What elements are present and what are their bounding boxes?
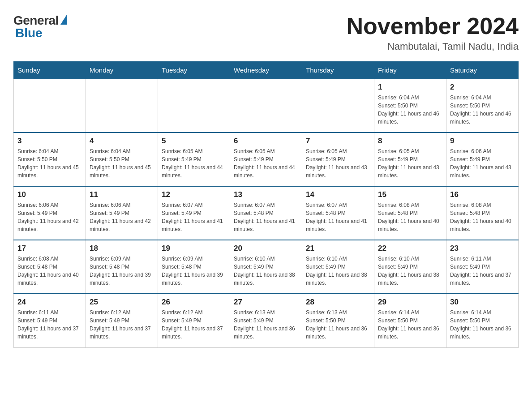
- day-number: 4: [90, 137, 154, 146]
- day-number: 27: [234, 298, 298, 307]
- day-info: Sunrise: 6:13 AM Sunset: 5:50 PM Dayligh…: [306, 309, 367, 340]
- day-number: 17: [17, 244, 82, 253]
- day-info: Sunrise: 6:04 AM Sunset: 5:50 PM Dayligh…: [17, 148, 79, 179]
- day-info: Sunrise: 6:05 AM Sunset: 5:49 PM Dayligh…: [306, 148, 367, 179]
- day-number: 3: [17, 137, 82, 146]
- calendar-cell: 2Sunrise: 6:04 AM Sunset: 5:50 PM Daylig…: [446, 79, 519, 133]
- day-info: Sunrise: 6:09 AM Sunset: 5:48 PM Dayligh…: [90, 256, 151, 286]
- calendar-cell: 8Sunrise: 6:05 AM Sunset: 5:49 PM Daylig…: [374, 133, 446, 186]
- calendar-cell: 13Sunrise: 6:07 AM Sunset: 5:48 PM Dayli…: [230, 186, 302, 240]
- calendar-cell: 12Sunrise: 6:07 AM Sunset: 5:49 PM Dayli…: [158, 186, 230, 240]
- calendar-week-row: 1Sunrise: 6:04 AM Sunset: 5:50 PM Daylig…: [14, 79, 519, 133]
- day-info: Sunrise: 6:04 AM Sunset: 5:50 PM Dayligh…: [450, 94, 511, 125]
- day-number: 28: [306, 298, 370, 307]
- day-info: Sunrise: 6:06 AM Sunset: 5:49 PM Dayligh…: [17, 202, 79, 232]
- day-info: Sunrise: 6:14 AM Sunset: 5:50 PM Dayligh…: [378, 309, 439, 340]
- day-number: 13: [234, 190, 298, 199]
- day-info: Sunrise: 6:06 AM Sunset: 5:49 PM Dayligh…: [90, 202, 151, 232]
- day-number: 29: [378, 298, 442, 307]
- day-number: 25: [90, 298, 154, 307]
- calendar-cell: 30Sunrise: 6:14 AM Sunset: 5:50 PM Dayli…: [446, 294, 519, 347]
- day-info: Sunrise: 6:10 AM Sunset: 5:49 PM Dayligh…: [306, 256, 367, 286]
- calendar-cell: [302, 79, 374, 133]
- day-info: Sunrise: 6:08 AM Sunset: 5:48 PM Dayligh…: [378, 202, 439, 232]
- calendar-cell: 25Sunrise: 6:12 AM Sunset: 5:49 PM Dayli…: [86, 294, 158, 347]
- day-number: 23: [450, 244, 515, 253]
- calendar-week-row: 24Sunrise: 6:11 AM Sunset: 5:49 PM Dayli…: [14, 294, 519, 347]
- calendar-cell: 15Sunrise: 6:08 AM Sunset: 5:48 PM Dayli…: [374, 186, 446, 240]
- day-number: 14: [306, 190, 370, 199]
- calendar-header-friday: Friday: [374, 62, 446, 79]
- day-info: Sunrise: 6:07 AM Sunset: 5:49 PM Dayligh…: [162, 202, 223, 232]
- day-info: Sunrise: 6:04 AM Sunset: 5:50 PM Dayligh…: [90, 148, 151, 179]
- calendar-header-monday: Monday: [86, 62, 158, 79]
- calendar-cell: 23Sunrise: 6:11 AM Sunset: 5:49 PM Dayli…: [446, 240, 519, 294]
- calendar-cell: [86, 79, 158, 133]
- calendar-week-row: 3Sunrise: 6:04 AM Sunset: 5:50 PM Daylig…: [14, 133, 519, 186]
- day-number: 11: [90, 190, 154, 199]
- day-info: Sunrise: 6:09 AM Sunset: 5:48 PM Dayligh…: [162, 256, 223, 286]
- calendar-header-wednesday: Wednesday: [230, 62, 302, 79]
- calendar-header-tuesday: Tuesday: [158, 62, 230, 79]
- day-info: Sunrise: 6:05 AM Sunset: 5:49 PM Dayligh…: [234, 148, 295, 179]
- day-number: 24: [17, 298, 82, 307]
- day-number: 21: [306, 244, 370, 253]
- calendar-cell: 24Sunrise: 6:11 AM Sunset: 5:49 PM Dayli…: [14, 294, 86, 347]
- day-info: Sunrise: 6:05 AM Sunset: 5:49 PM Dayligh…: [378, 148, 439, 179]
- calendar-cell: [14, 79, 86, 133]
- day-info: Sunrise: 6:08 AM Sunset: 5:48 PM Dayligh…: [450, 202, 511, 232]
- day-number: 6: [234, 137, 298, 146]
- calendar-cell: 11Sunrise: 6:06 AM Sunset: 5:49 PM Dayli…: [86, 186, 158, 240]
- day-info: Sunrise: 6:08 AM Sunset: 5:48 PM Dayligh…: [17, 256, 79, 286]
- day-number: 30: [450, 298, 515, 307]
- calendar-header-sunday: Sunday: [14, 62, 86, 79]
- calendar-cell: 9Sunrise: 6:06 AM Sunset: 5:49 PM Daylig…: [446, 133, 519, 186]
- day-number: 8: [378, 137, 442, 146]
- day-info: Sunrise: 6:14 AM Sunset: 5:50 PM Dayligh…: [450, 309, 511, 340]
- day-number: 2: [450, 83, 515, 92]
- calendar-week-row: 17Sunrise: 6:08 AM Sunset: 5:48 PM Dayli…: [14, 240, 519, 294]
- calendar-week-row: 10Sunrise: 6:06 AM Sunset: 5:49 PM Dayli…: [14, 186, 519, 240]
- calendar-cell: 14Sunrise: 6:07 AM Sunset: 5:48 PM Dayli…: [302, 186, 374, 240]
- logo: General Blue: [13, 13, 67, 40]
- day-number: 9: [450, 137, 515, 146]
- day-info: Sunrise: 6:10 AM Sunset: 5:49 PM Dayligh…: [234, 256, 295, 286]
- calendar-cell: 19Sunrise: 6:09 AM Sunset: 5:48 PM Dayli…: [158, 240, 230, 294]
- calendar-cell: [230, 79, 302, 133]
- day-number: 10: [17, 190, 82, 199]
- header: General Blue November 2024 Nambutalai, T…: [13, 13, 519, 52]
- day-number: 1: [378, 83, 442, 92]
- calendar-cell: 28Sunrise: 6:13 AM Sunset: 5:50 PM Dayli…: [302, 294, 374, 347]
- day-number: 16: [450, 190, 515, 199]
- calendar-header-saturday: Saturday: [446, 62, 519, 79]
- day-info: Sunrise: 6:04 AM Sunset: 5:50 PM Dayligh…: [378, 94, 439, 125]
- day-number: 20: [234, 244, 298, 253]
- day-info: Sunrise: 6:06 AM Sunset: 5:49 PM Dayligh…: [450, 148, 511, 179]
- day-number: 5: [162, 137, 226, 146]
- day-info: Sunrise: 6:12 AM Sunset: 5:49 PM Dayligh…: [162, 309, 223, 340]
- location-title: Nambutalai, Tamil Nadu, India: [347, 41, 519, 52]
- day-info: Sunrise: 6:12 AM Sunset: 5:49 PM Dayligh…: [90, 309, 151, 340]
- month-title: November 2024: [347, 13, 519, 39]
- day-number: 18: [90, 244, 154, 253]
- calendar-cell: 1Sunrise: 6:04 AM Sunset: 5:50 PM Daylig…: [374, 79, 446, 133]
- calendar-cell: 3Sunrise: 6:04 AM Sunset: 5:50 PM Daylig…: [14, 133, 86, 186]
- day-info: Sunrise: 6:07 AM Sunset: 5:48 PM Dayligh…: [306, 202, 367, 232]
- title-area: November 2024 Nambutalai, Tamil Nadu, In…: [347, 13, 519, 52]
- calendar-cell: [158, 79, 230, 133]
- day-info: Sunrise: 6:13 AM Sunset: 5:49 PM Dayligh…: [234, 309, 295, 340]
- logo-blue-text: Blue: [13, 26, 43, 40]
- day-info: Sunrise: 6:11 AM Sunset: 5:49 PM Dayligh…: [450, 256, 511, 286]
- day-number: 19: [162, 244, 226, 253]
- calendar-table: SundayMondayTuesdayWednesdayThursdayFrid…: [13, 61, 519, 348]
- day-number: 12: [162, 190, 226, 199]
- calendar-cell: 27Sunrise: 6:13 AM Sunset: 5:49 PM Dayli…: [230, 294, 302, 347]
- day-number: 15: [378, 190, 442, 199]
- logo-triangle-icon: [60, 15, 67, 25]
- calendar-cell: 17Sunrise: 6:08 AM Sunset: 5:48 PM Dayli…: [14, 240, 86, 294]
- calendar-header-row: SundayMondayTuesdayWednesdayThursdayFrid…: [14, 62, 519, 79]
- calendar-cell: 21Sunrise: 6:10 AM Sunset: 5:49 PM Dayli…: [302, 240, 374, 294]
- day-info: Sunrise: 6:05 AM Sunset: 5:49 PM Dayligh…: [162, 148, 223, 179]
- day-info: Sunrise: 6:11 AM Sunset: 5:49 PM Dayligh…: [17, 309, 79, 340]
- calendar-cell: 6Sunrise: 6:05 AM Sunset: 5:49 PM Daylig…: [230, 133, 302, 186]
